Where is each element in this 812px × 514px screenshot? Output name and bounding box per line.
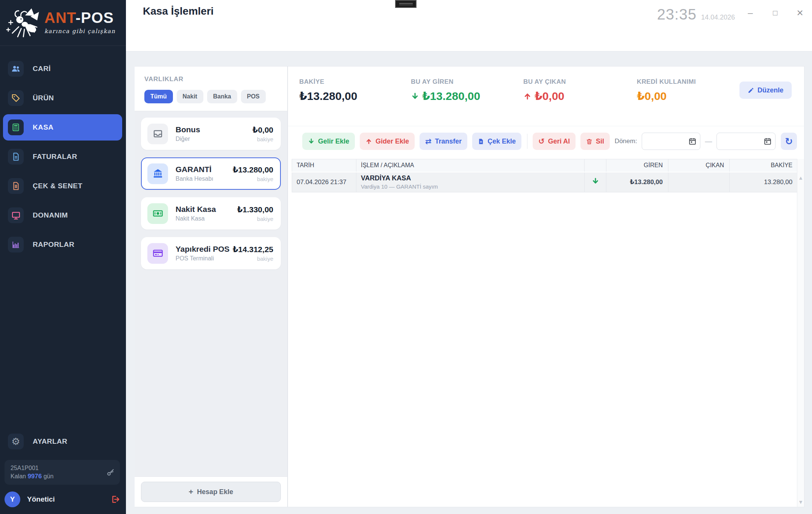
ant-logo-icon bbox=[5, 4, 44, 41]
filter-banka[interactable]: Banka bbox=[207, 90, 237, 103]
clock: 23:35 14.04.2026 bbox=[657, 6, 735, 23]
window-drag-handle[interactable] bbox=[395, 0, 417, 8]
up-arrow-icon bbox=[523, 92, 532, 100]
down-arrow-icon bbox=[308, 138, 315, 145]
filter-tumu[interactable]: Tümü bbox=[144, 90, 173, 103]
period-label: Dönem: bbox=[615, 138, 637, 145]
bar-chart-icon bbox=[8, 237, 24, 252]
cell-giren: ₺13.280,00 bbox=[606, 172, 668, 192]
add-account-button[interactable]: + Hesap Ekle bbox=[141, 482, 281, 502]
bank-icon bbox=[147, 163, 168, 184]
sidebar-item-cari[interactable]: CARİ bbox=[3, 56, 122, 82]
banknote-icon bbox=[147, 203, 168, 224]
license-days-remaining: 9976 bbox=[27, 473, 42, 480]
scroll-up-icon[interactable]: ▲ bbox=[799, 175, 802, 180]
sidebar-item-faturalar[interactable]: FATURALAR bbox=[3, 144, 122, 170]
undo-button[interactable]: ↺ Geri Al bbox=[533, 133, 576, 150]
license-box: 25A1P001 Kalan 9976 gün bbox=[5, 460, 120, 485]
pencil-icon bbox=[748, 87, 754, 94]
key-icon[interactable] bbox=[106, 468, 115, 476]
col-bakiye[interactable]: BAKİYE bbox=[730, 159, 798, 172]
assets-panel: VARLIKLAR Tümü Nakit Banka POS Bonus Diğ… bbox=[135, 66, 288, 507]
clock-date: 14.04.2026 bbox=[701, 14, 735, 21]
sidebar-item-kasa[interactable]: KASA bbox=[3, 114, 122, 141]
table-row[interactable]: 07.04.2026 21:37 VARDİYA KASA Vardiya 10… bbox=[292, 172, 798, 192]
calendar-icon bbox=[764, 137, 772, 145]
cell-direction bbox=[585, 172, 606, 192]
cell-operation: VARDİYA KASA Vardiya 10 — GARANTİ sayım bbox=[356, 172, 585, 192]
sidebar-item-urun[interactable]: ÜRÜN bbox=[3, 85, 122, 111]
minimize-button[interactable]: – bbox=[745, 8, 756, 18]
account-card-nakit-kasa[interactable]: Nakit Kasa Nakit Kasa ₺1.330,00 bakiye bbox=[141, 197, 281, 230]
sidebar-item-raporlar[interactable]: RAPORLAR bbox=[3, 231, 122, 258]
maximize-button[interactable]: □ bbox=[770, 8, 780, 18]
stat-bakiye: BAKİYE ₺13.280,00 bbox=[299, 78, 357, 103]
stat-bu-ay-giren: BU AY GİREN ₺13.280,00 bbox=[411, 78, 480, 103]
add-cheque-button[interactable]: Çek Ekle bbox=[472, 133, 521, 150]
refresh-icon: ↻ bbox=[785, 137, 793, 146]
filter-pos[interactable]: POS bbox=[241, 90, 266, 103]
monitor-icon bbox=[8, 207, 24, 223]
stat-kredi-kullanimi: KREDİ KULLANIMI ₺0,00 bbox=[637, 78, 696, 103]
close-button[interactable]: × bbox=[795, 8, 805, 18]
account-card-bonus[interactable]: Bonus Diğer ₺0,00 bakiye bbox=[141, 118, 281, 150]
asset-filters: Tümü Nakit Banka POS bbox=[144, 90, 277, 103]
app-logo: ANT-POS karınca gibi çalışkan bbox=[0, 0, 126, 46]
brand-tagline: karınca gibi çalışkan bbox=[44, 28, 115, 35]
users-icon bbox=[8, 61, 24, 77]
table-header-row: TARİH İŞLEM / AÇIKLAMA GİREN ÇIKAN BAKİY… bbox=[292, 159, 798, 172]
avatar: Y bbox=[5, 491, 20, 507]
inbox-icon bbox=[147, 124, 168, 144]
toolbar: Gelir Ekle Gider Ekle ⇄ Transfer Çek Ekl… bbox=[302, 133, 797, 150]
cash-operations-panel: BAKİYE ₺13.280,00 BU AY GİREN ₺13.280,00… bbox=[288, 66, 804, 507]
col-giren[interactable]: GİREN bbox=[606, 159, 668, 172]
account-card-yapikredi-pos[interactable]: Yapıkredi POS POS Terminali ₺14.312,25 b… bbox=[141, 237, 281, 269]
account-list: Bonus Diğer ₺0,00 bakiye GARAN bbox=[135, 111, 287, 477]
cheque-icon bbox=[8, 178, 24, 194]
plus-icon: + bbox=[189, 487, 193, 496]
cell-cikan bbox=[668, 172, 730, 192]
trash-icon bbox=[586, 138, 592, 145]
filter-nakit[interactable]: Nakit bbox=[177, 90, 203, 103]
transfer-button[interactable]: ⇄ Transfer bbox=[420, 133, 467, 150]
col-tarih[interactable]: TARİH bbox=[292, 159, 356, 172]
gear-icon: ⚙ bbox=[8, 434, 24, 449]
delete-button[interactable]: Sil bbox=[580, 133, 610, 150]
income-arrow-icon bbox=[592, 177, 599, 185]
sidebar: ANT-POS karınca gibi çalışkan CARİ bbox=[0, 0, 126, 514]
vertical-scrollbar[interactable]: ▲ ▼ bbox=[797, 159, 804, 507]
calendar-icon bbox=[688, 137, 697, 145]
range-separator: — bbox=[705, 137, 712, 145]
user-name: Yönetici bbox=[27, 495, 55, 503]
brand-name: ANT-POS bbox=[44, 10, 115, 25]
period-end-input[interactable] bbox=[717, 133, 776, 150]
cell-bakiye: 13.280,00 bbox=[730, 172, 798, 192]
header: Kasa İşlemleri 23:35 14.04.2026 – □ × bbox=[126, 0, 812, 51]
col-islem[interactable]: İŞLEM / AÇIKLAMA bbox=[356, 159, 585, 172]
license-code: 25A1P001 bbox=[11, 464, 114, 472]
scroll-down-icon[interactable]: ▼ bbox=[799, 500, 802, 505]
stat-bu-ay-cikan: BU AY ÇIKAN ₺0,00 bbox=[523, 78, 566, 103]
assets-panel-title: VARLIKLAR bbox=[144, 76, 277, 83]
add-income-button[interactable]: Gelir Ekle bbox=[302, 133, 355, 150]
sidebar-item-cek-senet[interactable]: ÇEK & SENET bbox=[3, 173, 122, 199]
transactions-table: TARİH İŞLEM / AÇIKLAMA GİREN ÇIKAN BAKİY… bbox=[292, 159, 798, 192]
logout-icon[interactable] bbox=[111, 495, 120, 504]
credit-card-icon bbox=[147, 243, 168, 264]
col-cikan[interactable]: ÇIKAN bbox=[668, 159, 730, 172]
undo-icon: ↺ bbox=[538, 138, 545, 145]
transfer-icon: ⇄ bbox=[425, 138, 432, 145]
edit-button[interactable]: Düzenle bbox=[739, 82, 792, 99]
col-direction bbox=[585, 159, 606, 172]
account-card-garanti[interactable]: GARANTİ Banka Hesabı ₺13.280,00 bakiye bbox=[141, 157, 281, 190]
sidebar-item-donanim[interactable]: DONANIM bbox=[3, 202, 122, 228]
refresh-button[interactable]: ↻ bbox=[781, 133, 797, 150]
app-window: ANT-POS karınca gibi çalışkan CARİ bbox=[0, 0, 812, 514]
period-start-input[interactable] bbox=[642, 133, 701, 150]
up-arrow-icon bbox=[365, 138, 372, 145]
sidebar-item-ayarlar[interactable]: ⚙ AYARLAR bbox=[3, 428, 122, 455]
add-expense-button[interactable]: Gider Ekle bbox=[360, 133, 415, 150]
tag-icon bbox=[8, 90, 24, 106]
document-icon bbox=[478, 138, 484, 145]
cell-date: 07.04.2026 21:37 bbox=[292, 172, 356, 192]
